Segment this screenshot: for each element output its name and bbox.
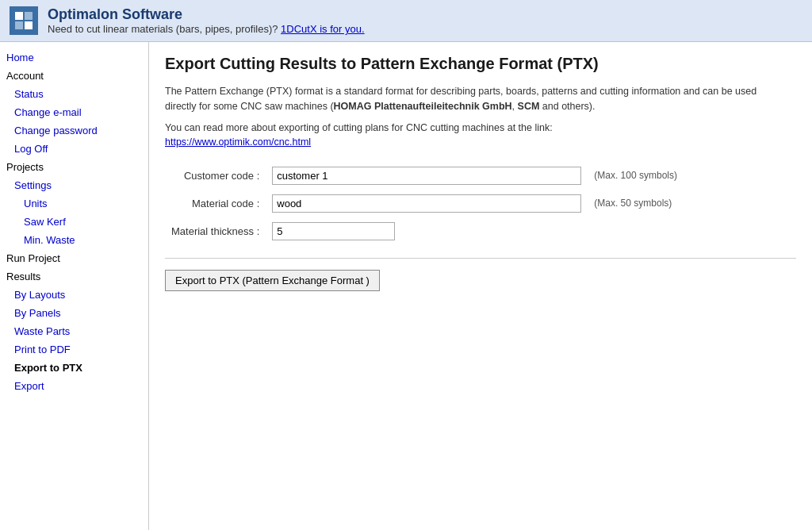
customer-code-label: Customer code : xyxy=(165,162,266,190)
app-logo xyxy=(10,6,38,35)
material-code-label: Material code : xyxy=(165,190,266,217)
material-code-row: Material code : (Max. 50 symbols) xyxy=(165,190,684,217)
header-subtitle: Need to cut linear materials (bars, pipe… xyxy=(48,23,365,35)
sidebar-item-by-layouts[interactable]: By Layouts xyxy=(0,286,148,304)
sidebar-item-saw-kerf[interactable]: Saw Kerf xyxy=(0,213,148,231)
material-thickness-input[interactable] xyxy=(272,222,395,240)
sidebar-item-units[interactable]: Units xyxy=(0,194,148,213)
svg-rect-4 xyxy=(25,21,33,29)
material-thickness-label: Material thickness : xyxy=(165,217,266,245)
header: Optimalon Software Need to cut linear ma… xyxy=(0,0,812,42)
material-thickness-row: Material thickness : xyxy=(165,217,684,245)
material-code-input-cell xyxy=(266,190,588,217)
material-thickness-input-cell xyxy=(266,217,588,245)
svg-rect-1 xyxy=(15,12,23,20)
sidebar-item-export-to-ptx[interactable]: Export to PTX xyxy=(0,359,148,377)
sidebar-item-log-off[interactable]: Log Off xyxy=(0,140,148,158)
layout: HomeAccountStatusChange e-mailChange pas… xyxy=(0,42,812,530)
sidebar-item-change-email[interactable]: Change e-mail xyxy=(0,103,148,121)
sidebar: HomeAccountStatusChange e-mailChange pas… xyxy=(0,42,149,530)
material-code-input[interactable] xyxy=(272,194,581,213)
cnc-link[interactable]: https://www.optimik.com/cnc.html xyxy=(165,136,796,148)
page-title: Export Cutting Results to Pattern Exchan… xyxy=(165,55,796,73)
1dcutx-link[interactable]: 1DCutX is for you. xyxy=(281,23,365,35)
description: The Pattern Exchange (PTX) format is a s… xyxy=(165,84,796,114)
sidebar-item-export[interactable]: Export xyxy=(0,377,148,395)
app-title: Optimalon Software xyxy=(48,6,365,23)
customer-code-hint: (Max. 100 symbols) xyxy=(588,162,684,190)
export-form: Customer code : (Max. 100 symbols) Mater… xyxy=(165,162,684,245)
sidebar-item-projects: Projects xyxy=(0,158,148,176)
header-text: Optimalon Software Need to cut linear ma… xyxy=(48,6,365,35)
sidebar-item-print-to-pdf[interactable]: Print to PDF xyxy=(0,340,148,359)
sidebar-item-waste-parts[interactable]: Waste Parts xyxy=(0,322,148,340)
sidebar-item-min-waste[interactable]: Min. Waste xyxy=(0,231,148,249)
material-code-hint: (Max. 50 symbols) xyxy=(588,190,684,217)
customer-code-input-cell xyxy=(266,162,588,190)
sidebar-item-results: Results xyxy=(0,267,148,286)
customer-code-input[interactable] xyxy=(272,167,581,185)
sidebar-item-account: Account xyxy=(0,67,148,85)
sidebar-item-settings[interactable]: Settings xyxy=(0,176,148,194)
svg-rect-3 xyxy=(15,21,23,29)
form-divider xyxy=(165,258,796,259)
sidebar-item-run-project: Run Project xyxy=(0,249,148,267)
sidebar-item-home[interactable]: Home xyxy=(0,48,148,67)
customer-code-row: Customer code : (Max. 100 symbols) xyxy=(165,162,684,190)
main-content: Export Cutting Results to Pattern Exchan… xyxy=(149,42,812,530)
sidebar-item-change-password[interactable]: Change password xyxy=(0,121,148,140)
svg-rect-2 xyxy=(25,12,33,20)
cnc-link-label: You can read more about exporting of cut… xyxy=(165,122,796,133)
sidebar-item-status[interactable]: Status xyxy=(0,85,148,103)
export-ptx-button[interactable]: Export to PTX (Pattern Exchange Format ) xyxy=(165,270,380,291)
sidebar-item-by-panels[interactable]: By Panels xyxy=(0,304,148,322)
